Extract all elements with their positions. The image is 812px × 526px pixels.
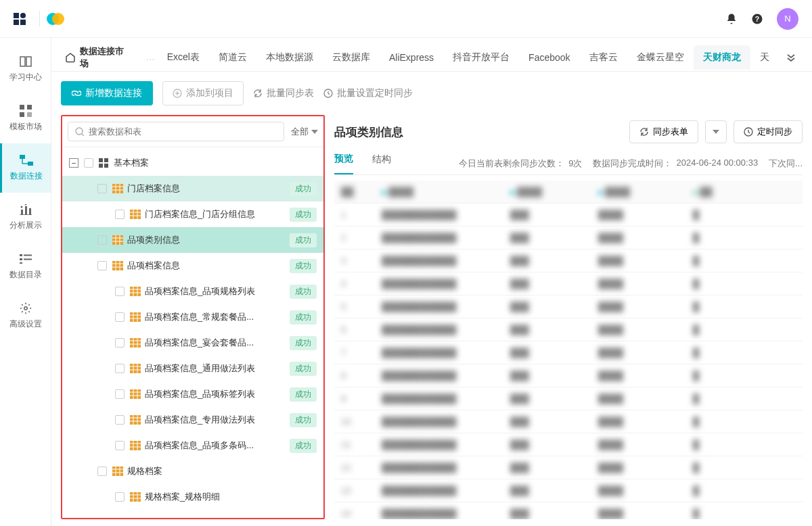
avatar[interactable]: N	[777, 8, 798, 30]
table-row[interactable]: 4████████████████████	[334, 272, 803, 295]
table-row[interactable]: 14████████████████████	[334, 502, 803, 519]
table-row[interactable]: 1████████████████████	[334, 204, 803, 226]
search-input[interactable]	[89, 126, 277, 137]
table-row[interactable]: 6████████████████████	[334, 318, 803, 341]
svg-rect-87	[112, 467, 123, 476]
checkbox[interactable]	[97, 261, 107, 270]
table-row[interactable]: 5████████████████████	[334, 295, 803, 318]
tree-node[interactable]: 品项档案信息_专用做法列表成功	[62, 407, 323, 433]
logo-brand-icon[interactable]	[47, 13, 64, 25]
tree-node[interactable]: 门店档案信息_门店分组信息成功	[62, 201, 323, 227]
table-row[interactable]: 12████████████████████	[334, 456, 803, 479]
table-icon	[130, 337, 141, 348]
table-icon	[112, 466, 123, 477]
checkbox[interactable]	[97, 184, 107, 193]
new-connection-button[interactable]: 新增数据连接	[61, 81, 153, 105]
batch-sync-button[interactable]: 批量同步表	[253, 87, 314, 99]
checkbox[interactable]	[115, 415, 125, 425]
preview-tab-preview[interactable]: 预览	[334, 153, 353, 174]
tree-node[interactable]: 门店档案信息成功	[62, 176, 323, 201]
tree-node[interactable]: 品项类别信息成功	[62, 227, 323, 253]
checkbox[interactable]	[115, 338, 125, 348]
svg-rect-6	[20, 112, 24, 117]
svg-rect-57	[130, 312, 141, 322]
svg-rect-4	[20, 105, 24, 110]
table-header: ████████████████	[334, 181, 803, 204]
filter-select[interactable]: 全部	[291, 126, 318, 138]
search-input-wrapper[interactable]	[68, 122, 284, 141]
svg-rect-22	[20, 262, 22, 264]
sidebar-item-templates[interactable]: 模板市场	[0, 94, 51, 143]
logo-app-icon[interactable]	[14, 13, 26, 25]
sidebar-item-learn[interactable]: 学习中心	[0, 45, 51, 94]
checkbox[interactable]	[97, 467, 107, 476]
checkbox[interactable]	[97, 235, 107, 245]
sidebar-item-catalog[interactable]: 数据目录	[0, 242, 51, 291]
tab-source[interactable]: 天	[750, 45, 777, 70]
tree-node[interactable]: 品项档案信息_品项标签列表成功	[62, 381, 323, 407]
tree-node[interactable]: 规格档案_规格明细	[62, 484, 323, 510]
preview-tab-structure[interactable]: 结构	[372, 153, 391, 174]
bell-icon[interactable]	[725, 13, 738, 25]
tree-node[interactable]: 品项档案信息_品项多条码...成功	[62, 433, 323, 458]
table-icon	[112, 235, 123, 245]
table-row[interactable]: 9████████████████████	[334, 387, 803, 410]
svg-rect-31	[104, 164, 108, 168]
sidebar-item-settings[interactable]: 高级设置	[0, 291, 51, 341]
sync-form-button[interactable]: 同步表单	[629, 120, 698, 143]
tab-source[interactable]: Excel表	[158, 45, 209, 70]
help-icon[interactable]: ?	[751, 13, 763, 25]
tree-node[interactable]: 品项档案信息_品项规格列表成功	[62, 279, 323, 304]
table-row[interactable]: 11████████████████████	[334, 433, 803, 456]
checkbox[interactable]	[115, 492, 125, 502]
tree-node[interactable]: 规格档案	[62, 458, 323, 484]
sync-form-dropdown[interactable]	[705, 120, 727, 143]
table-icon	[130, 312, 141, 322]
tree-node[interactable]: 结算方式类型	[62, 510, 323, 518]
svg-rect-20	[20, 258, 22, 260]
table-row[interactable]: 3████████████████████	[334, 249, 803, 272]
gear-icon	[19, 302, 32, 314]
batch-schedule-button[interactable]: 批量设置定时同步	[323, 87, 413, 99]
tab-source[interactable]: 简道云	[209, 45, 256, 70]
schedule-sync-button[interactable]: 定时同步	[734, 120, 803, 143]
tree-node[interactable]: −基本档案	[62, 150, 323, 176]
checkbox[interactable]	[115, 441, 125, 450]
tab-home[interactable]: 数据连接市场	[61, 45, 137, 70]
tab-source[interactable]: 本地数据源	[256, 45, 323, 70]
tabs-overflow-button[interactable]	[780, 53, 803, 62]
checkbox[interactable]	[115, 389, 125, 399]
tab-source[interactable]: 吉客云	[580, 45, 627, 70]
svg-rect-19	[24, 255, 32, 256]
checkbox[interactable]	[115, 312, 125, 322]
table-row[interactable]: 13████████████████████	[334, 479, 803, 502]
checkbox[interactable]	[115, 210, 125, 219]
tab-source[interactable]: AliExpress	[380, 45, 443, 70]
tree-label: 品项档案信息_专用做法列表	[145, 414, 290, 426]
tab-source[interactable]: 金蝶云星空	[627, 45, 694, 70]
table-row[interactable]: 2████████████████████	[334, 226, 803, 249]
tab-source[interactable]: Facebook	[519, 45, 579, 70]
tab-source[interactable]: 天财商龙	[694, 45, 750, 70]
add-to-project-button[interactable]: 添加到项目	[162, 81, 244, 105]
tree-node[interactable]: 品项档案信息_通用做法列表成功	[62, 356, 323, 381]
tree-node[interactable]: 品项档案信息_宴会套餐品...成功	[62, 330, 323, 356]
tab-source[interactable]: 抖音开放平台	[443, 45, 519, 70]
checkbox[interactable]	[115, 364, 125, 373]
table-row[interactable]: 10████████████████████	[334, 410, 803, 433]
checkbox[interactable]	[84, 158, 93, 168]
table-row[interactable]: 7████████████████████	[334, 341, 803, 364]
sidebar-item-analysis[interactable]: 分析展示	[0, 193, 51, 242]
expand-toggle[interactable]: −	[69, 158, 78, 168]
tree-node[interactable]: 品项档案信息_常规套餐品...成功	[62, 304, 323, 330]
status-badge: 成功	[290, 336, 317, 350]
tab-source[interactable]: 云数据库	[323, 45, 380, 70]
status-badge: 成功	[290, 259, 317, 273]
table-row[interactable]: 8████████████████████	[334, 364, 803, 387]
tree-node[interactable]: 品项档案信息成功	[62, 253, 323, 279]
svg-rect-82	[130, 441, 141, 450]
svg-rect-42	[112, 235, 123, 245]
svg-rect-47	[112, 261, 123, 270]
sidebar-item-data-conn[interactable]: 数据连接	[0, 143, 51, 193]
checkbox[interactable]	[115, 287, 125, 296]
